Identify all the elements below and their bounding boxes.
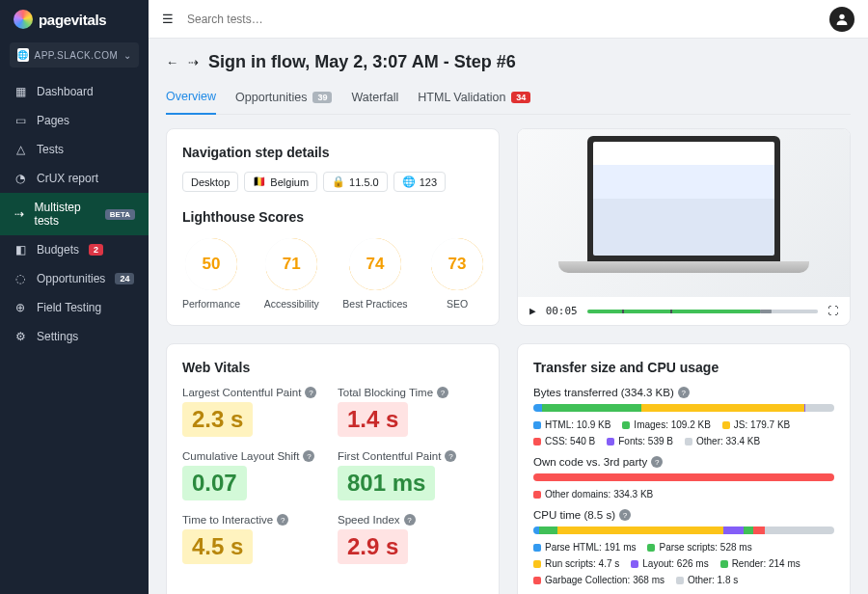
vital-value: 0.07 xyxy=(182,466,247,500)
legend-item: HTML: 10.9 KB xyxy=(533,419,610,430)
tab-badge: 39 xyxy=(312,92,332,103)
brand-logo[interactable]: pagevitals xyxy=(0,0,149,39)
legend-swatch xyxy=(533,421,541,429)
sidebar-item-settings[interactable]: ⚙Settings xyxy=(0,322,149,351)
vital-metric: Largest Contentful Paint? 2.3 s xyxy=(182,387,328,437)
chip-label: Desktop xyxy=(191,176,230,188)
help-icon[interactable]: ? xyxy=(445,450,456,462)
multistep-icon: ⇢ xyxy=(14,207,25,221)
legend-swatch xyxy=(676,577,684,584)
vital-label: Time to Interactive xyxy=(182,514,273,526)
hamburger-icon[interactable]: ☰ xyxy=(162,12,174,26)
tab-html-validation[interactable]: HTML Validation34 xyxy=(418,84,530,114)
site-selector-label: APP.SLACK.COM xyxy=(35,50,119,61)
vital-metric: Total Blocking Time? 1.4 s xyxy=(338,387,483,437)
score-label: Best Practices xyxy=(342,298,407,310)
help-icon[interactable]: ? xyxy=(277,514,288,526)
sidebar-item-label: CrUX report xyxy=(37,172,98,185)
sidebar-item-field[interactable]: ⊕Field Testing xyxy=(0,293,149,322)
card-title: Transfer size and CPU usage xyxy=(533,360,834,375)
sidebar-item-crux[interactable]: ◔CrUX report xyxy=(0,164,149,193)
chevron-down-icon: ⌄ xyxy=(123,50,132,61)
legend-swatch xyxy=(647,544,655,552)
chip-location[interactable]: 🇧🇪Belgium xyxy=(244,172,317,192)
cpu-label: CPU time (8.5 s) xyxy=(533,509,615,521)
search-input[interactable] xyxy=(187,13,816,26)
help-icon[interactable]: ? xyxy=(678,387,690,398)
sidebar-item-opportunities[interactable]: ◌Opportunities24 xyxy=(0,264,149,293)
sidebar-item-multistep[interactable]: ⇢Multistep testsBETA xyxy=(0,193,149,235)
video-preview[interactable] xyxy=(518,129,850,297)
sidebar-item-dashboard[interactable]: ▦Dashboard xyxy=(0,77,149,106)
help-icon[interactable]: ? xyxy=(305,387,316,398)
score-gauge: 50 Performance xyxy=(182,238,240,310)
vital-label: Speed Index xyxy=(338,514,400,526)
user-avatar[interactable] xyxy=(829,7,854,32)
legend-swatch xyxy=(622,421,630,429)
page-title: Sign in flow, May 2, 3:07 AM - Step #6 xyxy=(208,52,516,72)
scores-title: Lighthouse Scores xyxy=(182,209,483,225)
score-gauge: 74 Best Practices xyxy=(342,238,407,310)
legend-item: Run scripts: 4.7 s xyxy=(533,558,619,569)
legend-label: Render: 214 ms xyxy=(732,558,800,569)
chip-browser[interactable]: 🌐123 xyxy=(393,172,446,192)
legend-item: Parse HTML: 191 ms xyxy=(533,542,636,553)
card-title: Navigation step details xyxy=(182,145,483,160)
chip-version[interactable]: 🔒11.5.0 xyxy=(323,172,388,192)
vital-label: Cumulative Layout Shift xyxy=(182,450,299,462)
person-icon xyxy=(834,12,850,27)
vital-label: Largest Contentful Paint xyxy=(182,387,301,398)
site-favicon: 🌐 xyxy=(17,48,29,62)
help-icon[interactable]: ? xyxy=(651,456,663,468)
sidebar-item-tests[interactable]: △Tests xyxy=(0,135,149,164)
video-progress[interactable] xyxy=(587,310,818,313)
pages-icon: ▭ xyxy=(14,114,27,127)
help-icon[interactable]: ? xyxy=(619,509,631,521)
tab-waterfall[interactable]: Waterfall xyxy=(351,84,398,114)
help-icon[interactable]: ? xyxy=(437,387,448,398)
vital-metric: Time to Interactive? 4.5 s xyxy=(182,514,328,564)
sidebar-item-label: Pages xyxy=(37,114,69,127)
legend-label: Other: 1.8 s xyxy=(688,575,738,585)
sidebar: pagevitals 🌐 APP.SLACK.COM ⌄ ▦Dashboard … xyxy=(0,0,149,594)
back-icon[interactable]: ← xyxy=(166,55,178,69)
legend-swatch xyxy=(533,577,541,584)
dashboard-icon: ▦ xyxy=(14,85,27,98)
legend-item: Other: 1.8 s xyxy=(676,575,738,585)
sidebar-item-budgets[interactable]: ◧Budgets2 xyxy=(0,235,149,264)
vital-value: 2.3 s xyxy=(182,402,253,437)
help-icon[interactable]: ? xyxy=(303,450,314,462)
legend-swatch xyxy=(685,438,692,446)
sidebar-item-label: Multistep tests xyxy=(35,201,95,228)
sidebar-item-label: Budgets xyxy=(37,243,79,256)
sidebar-item-label: Tests xyxy=(37,143,64,156)
legend-label: Run scripts: 4.7 s xyxy=(545,558,619,569)
legend-swatch xyxy=(533,544,541,552)
chip-label: Belgium xyxy=(270,176,309,188)
crux-icon: ◔ xyxy=(14,172,27,185)
vital-label: Total Blocking Time xyxy=(338,387,433,398)
tab-overview[interactable]: Overview xyxy=(166,84,216,115)
legend-item: Images: 109.2 KB xyxy=(622,419,711,430)
legend-label: Other domains: 334.3 KB xyxy=(545,489,653,500)
legend-label: Layout: 626 ms xyxy=(642,558,708,569)
score-value: 73 xyxy=(448,255,467,274)
legend-item: Render: 214 ms xyxy=(720,558,800,569)
play-icon[interactable]: ▶ xyxy=(529,305,536,317)
chip-device[interactable]: Desktop xyxy=(182,172,238,192)
help-icon[interactable]: ? xyxy=(404,514,416,526)
vital-value: 4.5 s xyxy=(182,529,253,564)
sidebar-item-label: Field Testing xyxy=(37,301,101,314)
bulb-icon: ◌ xyxy=(14,272,27,285)
sidebar-item-pages[interactable]: ▭Pages xyxy=(0,106,149,135)
video-card: ▶ 00:05 ⛶ xyxy=(517,128,851,326)
fullscreen-icon[interactable]: ⛶ xyxy=(827,305,838,317)
bytes-bar xyxy=(533,404,834,412)
vital-label: First Contentful Paint xyxy=(338,450,441,462)
vital-metric: First Contentful Paint? 801 ms xyxy=(338,450,483,500)
chip-label: 123 xyxy=(420,176,437,188)
tab-label: Opportunities xyxy=(235,91,307,104)
tab-opportunities[interactable]: Opportunities39 xyxy=(235,84,332,114)
card-title: Web Vitals xyxy=(182,360,483,375)
site-selector[interactable]: 🌐 APP.SLACK.COM ⌄ xyxy=(10,42,139,68)
